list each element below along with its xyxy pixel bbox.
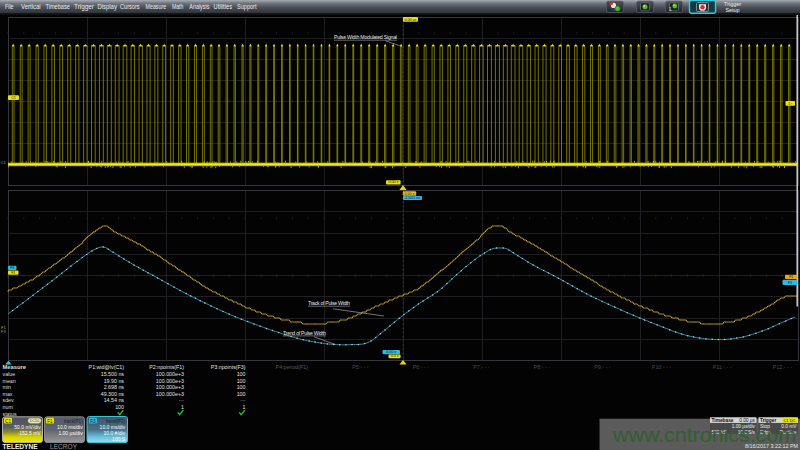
svg-text:C1: C1 [11, 96, 16, 100]
svg-text:File: File [5, 3, 14, 10]
svg-text:---: --- [240, 397, 246, 403]
svg-text:Trigger: Trigger [724, 1, 741, 7]
svg-text:100: 100 [237, 371, 246, 377]
svg-text:Math: Math [172, 3, 184, 10]
svg-text:100.000e+3: 100.000e+3 [156, 371, 184, 377]
svg-text:100.000e+3: 100.000e+3 [156, 384, 184, 390]
svg-text:max: max [3, 391, 13, 397]
svg-text:track(P1): track(P1) [64, 419, 83, 424]
svg-text:1↑: 1↑ [788, 102, 792, 106]
svg-text:100: 100 [237, 378, 246, 384]
svg-text:P8:- - -: P8:- - - [534, 364, 550, 370]
svg-text:100: 100 [237, 384, 246, 390]
svg-text:status: status [3, 411, 17, 417]
svg-text:1: 1 [243, 404, 246, 410]
svg-text:P7:- - -: P7:- - - [473, 364, 489, 370]
svg-text:0.00 s: 0.00 s [388, 180, 398, 184]
svg-text:P3:npoints(F3): P3:npoints(F3) [211, 364, 246, 370]
svg-text:Measure: Measure [3, 364, 27, 370]
svg-text:P6:- - -: P6:- - - [413, 364, 429, 370]
svg-text:Support: Support [237, 3, 257, 11]
svg-text:Utilities: Utilities [214, 3, 232, 10]
svg-text:100: 100 [237, 391, 246, 397]
svg-text:19.90 ns: 19.90 ns [104, 378, 125, 384]
svg-text:Display: Display [97, 3, 117, 11]
svg-text:100.000e+3: 100.000e+3 [156, 378, 184, 384]
svg-text:10.0 ms/div: 10.0 ms/div [57, 424, 83, 430]
svg-text:Measure: Measure [146, 3, 167, 10]
svg-text:P11:- - -: P11:- - - [713, 364, 732, 370]
svg-text:15.500 ns: 15.500 ns [101, 371, 125, 377]
svg-text:Analysis: Analysis [189, 3, 209, 11]
svg-text:Track of Pulse Width: Track of Pulse Width [308, 300, 350, 306]
svg-text:TELEDYNE: TELEDYNE [3, 443, 39, 450]
svg-text:C1: C1 [5, 419, 11, 424]
svg-text:F1: F1 [11, 271, 15, 275]
svg-text:F3: F3 [10, 266, 14, 270]
svg-text:C1: C1 [1, 160, 7, 165]
svg-text:Trigger: Trigger [74, 3, 95, 11]
svg-text:0.00 µs: 0.00 µs [405, 18, 417, 22]
svg-text:---: --- [179, 397, 185, 403]
svg-text:LECROY: LECROY [50, 443, 78, 450]
svg-text:P1:wid@lv(C1): P1:wid@lv(C1) [89, 364, 125, 370]
svg-text:DC50: DC50 [30, 419, 40, 423]
svg-text:Trigger: Trigger [760, 418, 776, 423]
svg-text:num: num [3, 404, 14, 410]
svg-text:P12:- - -: P12:- - - [773, 364, 792, 370]
svg-text:C1 DC: C1 DC [783, 418, 795, 423]
svg-text:P9:- - -: P9:- - - [594, 364, 610, 370]
svg-text:8/16/2017 3:22:12 PM: 8/16/2017 3:22:12 PM [745, 443, 799, 449]
svg-text:Timebase: Timebase [46, 3, 71, 10]
svg-text:-152.5 mV: -152.5 mV [18, 430, 42, 436]
svg-text:49.300 ns: 49.300 ns [101, 391, 125, 397]
svg-text:trend(P1): trend(P1) [106, 419, 126, 424]
svg-text:Vertical: Vertical [21, 3, 41, 10]
svg-text:value: value [3, 371, 16, 377]
svg-text:F1: F1 [47, 419, 53, 424]
svg-text:50.0 mV/div: 50.0 mV/div [14, 424, 41, 430]
svg-text:-2.5021 ms: -2.5021 ms [405, 196, 421, 200]
svg-text:100 S: 100 S [112, 436, 126, 442]
svg-text:F3: F3 [90, 419, 96, 424]
svg-text:1.00 µs/div: 1.00 µs/div [58, 430, 83, 436]
svg-text:sdev: sdev [3, 397, 15, 403]
svg-text:P2:npoints(F1): P2:npoints(F1) [149, 364, 184, 370]
svg-text:0.00 µs: 0.00 µs [739, 418, 755, 423]
svg-text:min: min [3, 384, 12, 390]
svg-text:F3: F3 [788, 281, 792, 285]
svg-text:0.0 s: 0.0 s [391, 354, 399, 358]
svg-text:F1: F1 [789, 275, 793, 279]
svg-text:P5:- - -: P5:- - - [352, 364, 368, 370]
svg-text:P10:- - -: P10:- - - [652, 364, 671, 370]
svg-text:1: 1 [181, 404, 184, 410]
svg-text:Timebase: Timebase [712, 418, 734, 423]
svg-text:2.698 ns: 2.698 ns [104, 384, 125, 390]
svg-text:Trend of Pulse Width: Trend of Pulse Width [283, 330, 326, 336]
svg-text:Setup: Setup [725, 7, 739, 13]
svg-text:14.54 ns: 14.54 ns [104, 397, 125, 403]
svg-text:1: 1 [669, 6, 672, 12]
svg-text:F3: F3 [1, 329, 6, 334]
svg-text:100: 100 [115, 404, 124, 410]
svg-text:mean: mean [3, 378, 16, 384]
svg-text:100.000e+3: 100.000e+3 [156, 391, 184, 397]
svg-text:Pulse Width Modulated Signal: Pulse Width Modulated Signal [334, 34, 397, 40]
svg-text:10.0 ms/div: 10.0 ms/div [100, 424, 126, 430]
svg-text:P4:period(F1): P4:period(F1) [276, 364, 309, 370]
svg-text:Cursors: Cursors [120, 3, 140, 10]
